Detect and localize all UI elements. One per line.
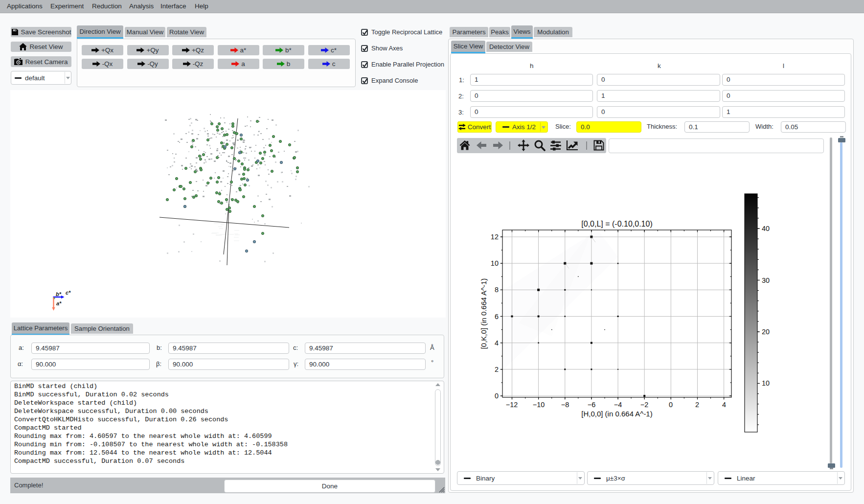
svg-text:a*: a* bbox=[56, 300, 62, 306]
svg-text:c*: c* bbox=[66, 290, 71, 296]
svg-text:b*: b* bbox=[56, 291, 62, 297]
